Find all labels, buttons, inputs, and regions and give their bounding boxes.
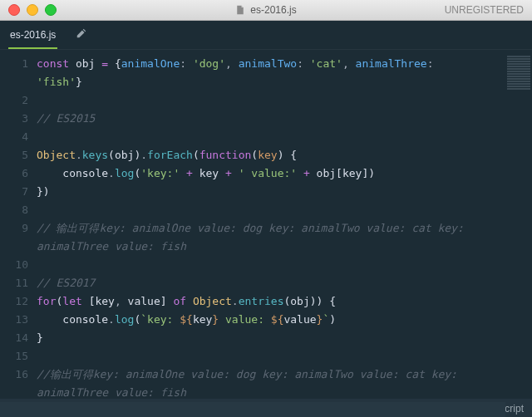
current-line [0, 402, 505, 417]
line-number: 4 [0, 128, 28, 146]
zoom-window-icon[interactable] [45, 4, 57, 16]
line-number: 2 [0, 91, 28, 110]
minimap[interactable] [505, 50, 532, 399]
title-text: es-2016.js [250, 4, 296, 16]
line-number: 12 [0, 292, 28, 311]
line-number [0, 73, 28, 91]
line-number: 6 [0, 164, 28, 183]
line-gutter: 1 2 3 4 5 6 7 8 9 10 11 12 13 14 15 16 1… [0, 50, 37, 399]
line-number: 8 [0, 201, 28, 219]
tab-dirty-icon[interactable] [74, 21, 89, 49]
file-icon [235, 5, 245, 15]
line-number: 9 [0, 219, 28, 238]
line-number: 1 [0, 55, 28, 73]
editor-body: 1 2 3 4 5 6 7 8 9 10 11 12 13 14 15 16 1… [0, 50, 532, 399]
close-window-icon[interactable] [8, 4, 20, 16]
line-number: 15 [0, 347, 28, 365]
line-number: 11 [0, 274, 28, 292]
line-number: 16 [0, 365, 28, 384]
minimize-window-icon[interactable] [27, 4, 38, 16]
title-bar: es-2016.js UNREGISTERED [0, 0, 532, 21]
line-number: 13 [0, 311, 28, 329]
tab-active[interactable]: es-2016.js [8, 22, 57, 49]
registration-status: UNREGISTERED [445, 4, 524, 16]
line-number: 5 [0, 146, 28, 164]
tab-bar: es-2016.js [0, 21, 532, 50]
line-number [0, 384, 28, 402]
line-number: 7 [0, 183, 28, 201]
line-number: 14 [0, 329, 28, 347]
window-controls [8, 4, 57, 16]
code-area[interactable]: const obj = {animalOne: 'dog', animalTwo… [37, 50, 505, 399]
line-number: 3 [0, 110, 28, 128]
line-number [0, 238, 28, 256]
pencil-icon [76, 27, 87, 39]
line-number: 10 [0, 256, 28, 274]
